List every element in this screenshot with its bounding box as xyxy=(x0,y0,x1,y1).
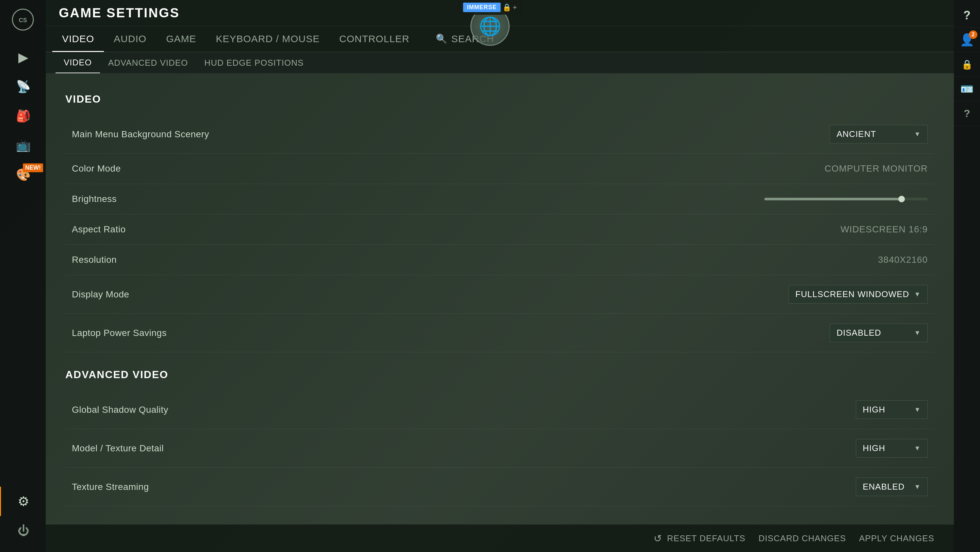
dropdown-laptop-power-value: DISABLED xyxy=(837,328,881,338)
setting-row-aspect-ratio: Aspect Ratio WIDESCREEN 16:9 xyxy=(65,214,934,245)
chevron-down-icon4: ▼ xyxy=(914,406,921,413)
top-bar: IMMERSE 🔒 + xyxy=(458,0,522,15)
right-sidebar-item-help2[interactable]: ? xyxy=(954,101,980,126)
setting-row-color-mode: Color Mode COMPUTER MONITOR xyxy=(65,153,934,184)
right-sidebar-item-profile[interactable]: 👤 2 xyxy=(954,28,980,52)
setting-row-shadow-quality: Global Shadow Quality HIGH ▼ xyxy=(65,391,934,429)
setting-label-aspect-ratio: Aspect Ratio xyxy=(72,224,126,235)
setting-value-display-mode: FULLSCREEN WINDOWED ▼ xyxy=(789,285,928,304)
dropdown-texture-streaming-value: ENABLED xyxy=(863,482,905,492)
tab-game[interactable]: Game xyxy=(156,27,206,52)
sidebar-item-power[interactable]: ⏻ xyxy=(0,516,46,546)
dropdown-background-scenery[interactable]: ANCIENT ▼ xyxy=(830,125,928,144)
subnav-hud-edge-positions[interactable]: HUD Edge Positions xyxy=(196,53,312,73)
setting-value-resolution: 3840X2160 xyxy=(878,255,928,265)
dropdown-laptop-power[interactable]: DISABLED ▼ xyxy=(830,324,928,342)
discard-changes-button[interactable]: DISCARD CHANGES xyxy=(759,533,846,544)
main-content: GAME SETTINGS Video Audio Game Keyboard … xyxy=(46,0,954,552)
setting-value-color-mode: COMPUTER MONITOR xyxy=(824,163,928,174)
csgo-logo[interactable]: CS xyxy=(10,6,36,33)
power-icon: ⏻ xyxy=(18,524,29,538)
lock-icon: 🔒 xyxy=(503,3,511,12)
color-mode-value: COMPUTER MONITOR xyxy=(824,163,928,174)
setting-row-laptop-power: Laptop Power Savings DISABLED ▼ xyxy=(65,314,934,352)
dropdown-background-scenery-value: ANCIENT xyxy=(837,129,876,139)
csgo-logo-svg: CS xyxy=(11,8,34,31)
help-icon2: ? xyxy=(964,107,970,120)
setting-value-background-scenery: ANCIENT ▼ xyxy=(830,125,928,144)
watch-icon: 📺 xyxy=(16,139,31,152)
reset-icon: ↺ xyxy=(654,533,662,544)
setting-row-display-mode: Display Mode FULLSCREEN WINDOWED ▼ xyxy=(65,275,934,314)
settings-icon: ⚙ xyxy=(18,494,29,509)
advanced-video-section-title: Advanced Video xyxy=(65,369,934,381)
resolution-value: 3840X2160 xyxy=(878,255,928,265)
settings-content: Video Main Menu Background Scenery ANCIE… xyxy=(46,73,954,524)
dropdown-shadow-quality-value: HIGH xyxy=(863,405,885,415)
setting-label-texture-streaming: Texture Streaming xyxy=(72,482,149,492)
right-sidebar: ? 👤 2 🔒 🪪 ? xyxy=(954,0,980,552)
workshop-icon: 🎨 xyxy=(16,168,31,182)
setting-value-texture-detail: HIGH ▼ xyxy=(856,439,928,458)
bottom-bar: ↺ RESET DEFAULTS DISCARD CHANGES APPLY C… xyxy=(46,524,954,552)
lock-icon-right1: 🔒 xyxy=(961,59,973,70)
tab-video[interactable]: Video xyxy=(52,27,104,52)
setting-value-brightness xyxy=(764,198,928,200)
chevron-down-icon: ▼ xyxy=(914,131,921,138)
sidebar-bottom: ⚙ ⏻ xyxy=(0,487,46,552)
sidebar: CS ▶ 📡 🎒 📺 🎨 ⚙ ⏻ xyxy=(0,0,46,552)
setting-label-color-mode: Color Mode xyxy=(72,163,121,174)
setting-label-brightness: Brightness xyxy=(72,194,117,204)
right-sidebar-item-lock1[interactable]: 🔒 xyxy=(954,52,980,77)
sidebar-item-antenna[interactable]: 📡 xyxy=(0,72,46,101)
tab-keyboard-mouse[interactable]: Keyboard / Mouse xyxy=(206,27,329,52)
apply-changes-button[interactable]: APPLY CHANGES xyxy=(859,533,934,544)
dropdown-display-mode-value: FULLSCREEN WINDOWED xyxy=(795,289,909,299)
antenna-icon: 📡 xyxy=(16,80,31,94)
setting-value-texture-streaming: ENABLED ▼ xyxy=(856,477,928,496)
dropdown-texture-streaming[interactable]: ENABLED ▼ xyxy=(856,477,928,496)
right-sidebar-item-user-id[interactable]: 🪪 xyxy=(954,77,980,101)
sidebar-item-inventory[interactable]: 🎒 xyxy=(0,101,46,131)
chevron-down-icon2: ▼ xyxy=(914,290,921,298)
dropdown-display-mode[interactable]: FULLSCREEN WINDOWED ▼ xyxy=(789,285,928,304)
aspect-ratio-value: WIDESCREEN 16:9 xyxy=(840,224,928,235)
svg-text:CS: CS xyxy=(19,17,27,24)
setting-value-laptop-power: DISABLED ▼ xyxy=(830,324,928,342)
sidebar-item-play[interactable]: ▶ xyxy=(0,43,46,72)
tab-controller[interactable]: Controller xyxy=(329,27,419,52)
subnav-advanced-video[interactable]: Advanced Video xyxy=(100,53,196,73)
setting-label-shadow-quality: Global Shadow Quality xyxy=(72,405,168,415)
sidebar-item-watch[interactable]: 📺 xyxy=(0,131,46,160)
setting-row-background-scenery: Main Menu Background Scenery ANCIENT ▼ xyxy=(65,115,934,153)
plus-icon[interactable]: + xyxy=(513,3,517,12)
right-sidebar-item-help[interactable]: ? xyxy=(954,3,980,28)
setting-row-texture-streaming: Texture Streaming ENABLED ▼ xyxy=(65,468,934,506)
sidebar-item-settings[interactable]: ⚙ xyxy=(0,487,46,516)
slider-thumb xyxy=(898,196,905,202)
reset-defaults-label: RESET DEFAULTS xyxy=(667,533,745,544)
user-id-icon: 🪪 xyxy=(960,83,974,95)
brightness-slider[interactable] xyxy=(764,198,928,200)
help-icon: ? xyxy=(963,8,970,22)
tab-audio[interactable]: Audio xyxy=(104,27,156,52)
search-icon: 🔍 xyxy=(436,34,447,44)
immerse-badge: IMMERSE xyxy=(463,3,501,12)
setting-value-shadow-quality: HIGH ▼ xyxy=(856,400,928,419)
video-section-title: Video xyxy=(65,93,934,105)
setting-label-background-scenery: Main Menu Background Scenery xyxy=(72,129,209,140)
inventory-icon: 🎒 xyxy=(16,109,31,123)
sub-nav: Video Advanced Video HUD Edge Positions xyxy=(46,52,954,73)
setting-value-aspect-ratio: WIDESCREEN 16:9 xyxy=(840,224,928,235)
setting-label-laptop-power: Laptop Power Savings xyxy=(72,328,167,338)
reset-defaults-button[interactable]: ↺ RESET DEFAULTS xyxy=(654,533,745,544)
sidebar-item-workshop[interactable]: 🎨 xyxy=(0,160,46,190)
setting-row-resolution: Resolution 3840X2160 xyxy=(65,245,934,275)
page-title: GAME SETTINGS xyxy=(59,6,180,20)
dropdown-shadow-quality[interactable]: HIGH ▼ xyxy=(856,400,928,419)
chevron-down-icon6: ▼ xyxy=(914,483,921,491)
dropdown-texture-detail-value: HIGH xyxy=(863,443,885,453)
dropdown-texture-detail[interactable]: HIGH ▼ xyxy=(856,439,928,458)
play-icon: ▶ xyxy=(18,49,29,65)
subnav-video[interactable]: Video xyxy=(56,53,100,73)
